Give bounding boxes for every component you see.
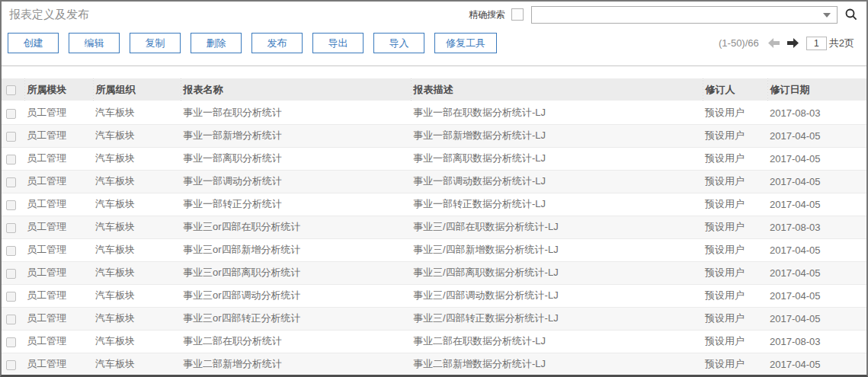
column-revision-date: 修订日期: [767, 78, 866, 101]
table-row[interactable]: 员工管理 汽车板块 事业三or四部调动分析统计 事业三/四部调动数据分析统计-L…: [2, 284, 866, 307]
table-row[interactable]: 员工管理 汽车板块 事业一部调动分析统计 事业一部调动数据分析统计-LJ 预设用…: [2, 170, 866, 193]
table-row[interactable]: 员工管理 汽车板块 事业一部转正分析统计 事业一部转正数据分析统计-LJ 预设用…: [2, 193, 866, 216]
search-area: 精确搜索: [469, 6, 857, 24]
delete-button[interactable]: 删除: [191, 33, 242, 53]
table-body: 员工管理 汽车板块 事业一部在职分析统计 事业一部在职数据分析统计-LJ 预设用…: [2, 101, 866, 375]
cell-report-desc: 事业一部调动数据分析统计-LJ: [411, 170, 703, 193]
cell-revision-date: 2017-04-05: [767, 193, 866, 216]
prev-page-arrow-icon[interactable]: [768, 38, 780, 48]
toolbar: 创建编辑复制删除发布导出导入修复工具 (1-50)/66 共2页: [2, 27, 866, 66]
copy-button[interactable]: 复制: [130, 33, 181, 53]
cell-org: 汽车板块: [93, 101, 181, 124]
row-checkbox-cell: [2, 261, 24, 284]
cell-report-name: 事业一部调动分析统计: [181, 170, 411, 193]
cell-revision-date: 2017-04-05: [767, 147, 866, 170]
select-all-header-cell: [2, 78, 24, 101]
cell-report-name: 事业三or四部转正分析统计: [181, 307, 411, 330]
cell-report-desc: 事业三/四部新增数据分析统计-LJ: [411, 238, 703, 261]
row-checkbox[interactable]: [6, 109, 16, 119]
cell-revision-date: 2017-04-05: [767, 170, 866, 193]
cell-module: 员工管理: [24, 101, 93, 124]
row-checkbox-cell: [2, 147, 24, 170]
create-button[interactable]: 创建: [8, 33, 59, 53]
cell-report-name: 事业二部新增分析统计: [181, 353, 411, 375]
cell-org: 汽车板块: [93, 170, 181, 193]
cell-report-desc: 事业一部新增数据分析统计-LJ: [411, 124, 703, 147]
chevron-down-icon[interactable]: [823, 13, 831, 18]
cell-report-name: 事业二部在职分析统计: [181, 330, 411, 353]
import-button[interactable]: 导入: [373, 33, 424, 53]
row-checkbox[interactable]: [6, 269, 16, 279]
cell-module: 员工管理: [24, 261, 93, 284]
table-row[interactable]: 员工管理 汽车板块 事业三or四部转正分析统计 事业三/四部转正数据分析统计-L…: [2, 307, 866, 330]
column-report-desc: 报表描述: [411, 78, 703, 101]
repair-tool-button[interactable]: 修复工具: [434, 33, 497, 53]
table-row[interactable]: 员工管理 汽车板块 事业一部新增分析统计 事业一部新增数据分析统计-LJ 预设用…: [2, 124, 866, 147]
row-checkbox[interactable]: [6, 132, 16, 142]
cell-module: 员工管理: [24, 170, 93, 193]
edit-button[interactable]: 编辑: [69, 33, 120, 53]
row-checkbox[interactable]: [6, 337, 16, 347]
cell-report-desc: 事业三/四部转正数据分析统计-LJ: [411, 307, 703, 330]
row-checkbox[interactable]: [6, 315, 16, 324]
cell-report-desc: 事业一部转正数据分析统计-LJ: [411, 193, 703, 216]
table-row[interactable]: 员工管理 汽车板块 事业三or四部新增分析统计 事业三/四部新增数据分析统计-L…: [2, 238, 866, 261]
table-row[interactable]: 员工管理 汽车板块 事业二部新增分析统计 事业二部新增数据分析统计-LJ 预设用…: [2, 353, 866, 375]
cell-org: 汽车板块: [93, 238, 181, 261]
row-checkbox[interactable]: [6, 177, 16, 187]
cell-report-name: 事业一部转正分析统计: [181, 193, 411, 216]
cell-module: 员工管理: [24, 330, 93, 353]
row-checkbox-cell: [2, 238, 24, 261]
row-checkbox[interactable]: [6, 246, 16, 256]
cell-report-name: 事业三or四部调动分析统计: [181, 284, 411, 307]
cell-reviser: 预设用户: [703, 147, 767, 170]
pagination-range: (1-50)/66: [719, 37, 759, 49]
row-checkbox-cell: [2, 353, 24, 375]
cell-reviser: 预设用户: [703, 170, 767, 193]
cell-report-desc: 事业三/四部在职数据分析统计-LJ: [411, 216, 703, 238]
select-all-checkbox[interactable]: [6, 85, 16, 95]
cell-org: 汽车板块: [93, 261, 181, 284]
cell-revision-date: 2017-04-05: [767, 353, 866, 375]
next-page-arrow-icon[interactable]: [787, 38, 799, 48]
row-checkbox-cell: [2, 193, 24, 216]
export-button[interactable]: 导出: [312, 33, 364, 53]
cell-module: 员工管理: [24, 353, 93, 375]
row-checkbox-cell: [2, 307, 24, 330]
cell-report-desc: 事业二部在职数据分析统计-LJ: [411, 330, 703, 353]
cell-reviser: 预设用户: [703, 238, 767, 261]
table-row[interactable]: 员工管理 汽车板块 事业三or四部在职分析统计 事业三/四部在职数据分析统计-L…: [2, 216, 866, 238]
cell-report-name: 事业三or四部在职分析统计: [181, 216, 411, 238]
cell-org: 汽车板块: [93, 353, 181, 375]
row-checkbox[interactable]: [6, 360, 16, 370]
cell-report-desc: 事业一部在职数据分析统计-LJ: [411, 101, 703, 124]
cell-org: 汽车板块: [93, 330, 181, 353]
column-report-name: 报表名称: [181, 78, 411, 101]
table-row[interactable]: 员工管理 汽车板块 事业一部离职分析统计 事业一部离职数据分析统计-LJ 预设用…: [2, 147, 866, 170]
page-number-input[interactable]: [806, 37, 827, 50]
cell-report-name: 事业三or四部新增分析统计: [181, 238, 411, 261]
table-row[interactable]: 员工管理 汽车板块 事业一部在职分析统计 事业一部在职数据分析统计-LJ 预设用…: [2, 101, 866, 124]
table-header-row: 所属模块所属组织报表名称报表描述修订人修订日期: [2, 78, 866, 101]
cell-revision-date: 2017-04-05: [767, 238, 866, 261]
row-checkbox[interactable]: [6, 155, 16, 165]
search-input[interactable]: [532, 7, 837, 23]
cell-org: 汽车板块: [93, 124, 181, 147]
exact-search-checkbox[interactable]: [511, 8, 524, 21]
cell-report-desc: 事业二部新增数据分析统计-LJ: [411, 353, 703, 375]
table-row[interactable]: 员工管理 汽车板块 事业二部在职分析统计 事业二部在职数据分析统计-LJ 预设用…: [2, 330, 866, 353]
cell-reviser: 预设用户: [703, 216, 767, 238]
table-row[interactable]: 员工管理 汽车板块 事业三or四部离职分析统计 事业三/四部离职数据分析统计-L…: [2, 261, 866, 284]
cell-revision-date: 2017-08-03: [767, 101, 866, 124]
publish-button[interactable]: 发布: [251, 33, 303, 53]
cell-revision-date: 2017-08-03: [767, 216, 866, 238]
row-checkbox[interactable]: [6, 200, 16, 210]
search-icon[interactable]: [845, 8, 857, 21]
cell-org: 汽车板块: [93, 307, 181, 330]
cell-revision-date: 2017-08-03: [767, 330, 866, 353]
cell-reviser: 预设用户: [703, 284, 767, 307]
cell-org: 汽车板块: [93, 193, 181, 216]
row-checkbox[interactable]: [6, 223, 16, 233]
row-checkbox[interactable]: [6, 292, 16, 302]
cell-reviser: 预设用户: [703, 101, 767, 124]
